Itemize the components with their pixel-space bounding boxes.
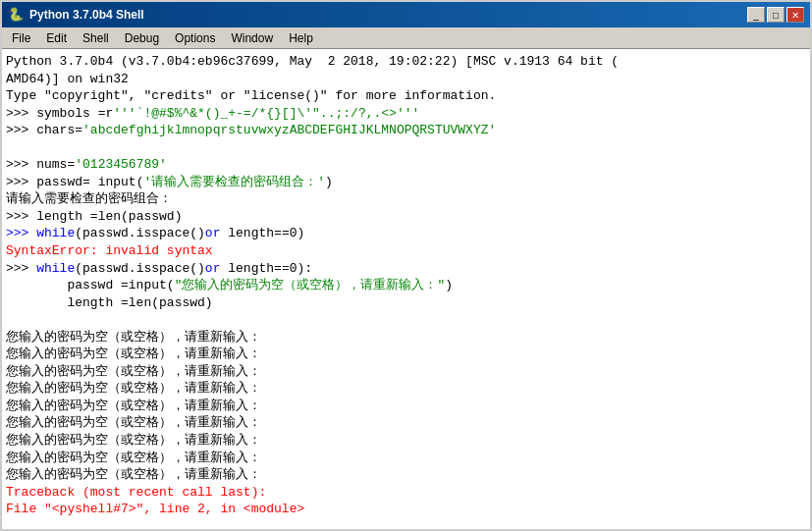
header-line-3: Type "copyright", "credits" or "license(…: [6, 87, 806, 105]
code-line-chars: >>> chars='abcdefghijklmnopqrstuvwxyzABC…: [6, 122, 806, 139]
app-icon: 🐍: [8, 7, 24, 23]
window-controls: _ □ ✕: [747, 7, 804, 23]
header-line-2: AMD64)] on win32: [6, 71, 806, 88]
menu-window[interactable]: Window: [223, 27, 281, 48]
menu-options[interactable]: Options: [167, 27, 223, 48]
menu-file[interactable]: File: [4, 27, 38, 48]
minimize-button[interactable]: _: [747, 7, 765, 23]
code-line-length-indent: length =len(passwd): [6, 294, 806, 312]
repeat-output-5: 您输入的密码为空（或空格），请重新输入：: [6, 398, 806, 415]
code-line-passwd: >>> passwd= input('请输入需要检查的密码组合：'): [6, 174, 806, 191]
repeat-output-2: 您输入的密码为空（或空格），请重新输入：: [6, 345, 806, 363]
repeat-output-3: 您输入的密码为空（或空格），请重新输入：: [6, 363, 806, 381]
menu-help[interactable]: Help: [281, 27, 321, 48]
menu-shell[interactable]: Shell: [75, 27, 117, 48]
repeat-output-9: 您输入的密码为空（或空格），请重新输入：: [6, 466, 806, 484]
traceback-line-2: File "<pyshell#7>", line 2, in <module>: [6, 501, 806, 518]
traceback-line-1: Traceback (most recent call last):: [6, 484, 806, 502]
repeat-output-1: 您输入的密码为空（或空格），请重新输入：: [6, 329, 806, 346]
window-title: Python 3.7.0b4 Shell: [29, 8, 144, 22]
code-line-passwd-indent: passwd =input("您输入的密码为空（或空格），请重新输入："): [6, 277, 806, 294]
repeat-output-6: 您输入的密码为空（或空格），请重新输入：: [6, 414, 806, 432]
code-line-length: >>> length =len(passwd): [6, 208, 806, 226]
menu-edit[interactable]: Edit: [38, 27, 75, 48]
code-line-while-good: >>> while(passwd.isspace()or length==0):: [6, 260, 806, 278]
close-button[interactable]: ✕: [786, 7, 804, 23]
header-line-1: Python 3.7.0b4 (v3.7.0b4:eb96c37699, May…: [6, 53, 806, 71]
menu-bar: File Edit Shell Debug Options Window Hel…: [2, 27, 810, 49]
shell-output[interactable]: Python 3.7.0b4 (v3.7.0b4:eb96c37699, May…: [2, 49, 810, 529]
repeat-output-7: 您输入的密码为空（或空格），请重新输入：: [6, 432, 806, 450]
code-line-while-bad: >>> while(passwd.isspace()or length==0): [6, 225, 806, 242]
title-bar-left: 🐍 Python 3.7.0b4 Shell: [8, 7, 144, 23]
code-line-nums: >>> nums='0123456789': [6, 156, 806, 174]
repeat-output-8: 您输入的密码为空（或空格），请重新输入：: [6, 450, 806, 467]
menu-debug[interactable]: Debug: [117, 27, 167, 48]
code-line-symbols: >>> symbols =r'''`!@#$%^&*()_+-=/*{}[]\'…: [6, 105, 806, 123]
repeat-output-4: 您输入的密码为空（或空格），请重新输入：: [6, 380, 806, 398]
output-passwd-prompt: 请输入需要检查的密码组合：: [6, 190, 806, 208]
maximize-button[interactable]: □: [767, 7, 785, 23]
blank-line-2: [6, 311, 806, 329]
syntax-error-line: SyntaxError: invalid syntax: [6, 242, 806, 260]
title-bar: 🐍 Python 3.7.0b4 Shell _ □ ✕: [2, 2, 810, 27]
main-window: 🐍 Python 3.7.0b4 Shell _ □ ✕ File Edit S…: [0, 0, 812, 531]
blank-line-1: [6, 139, 806, 157]
